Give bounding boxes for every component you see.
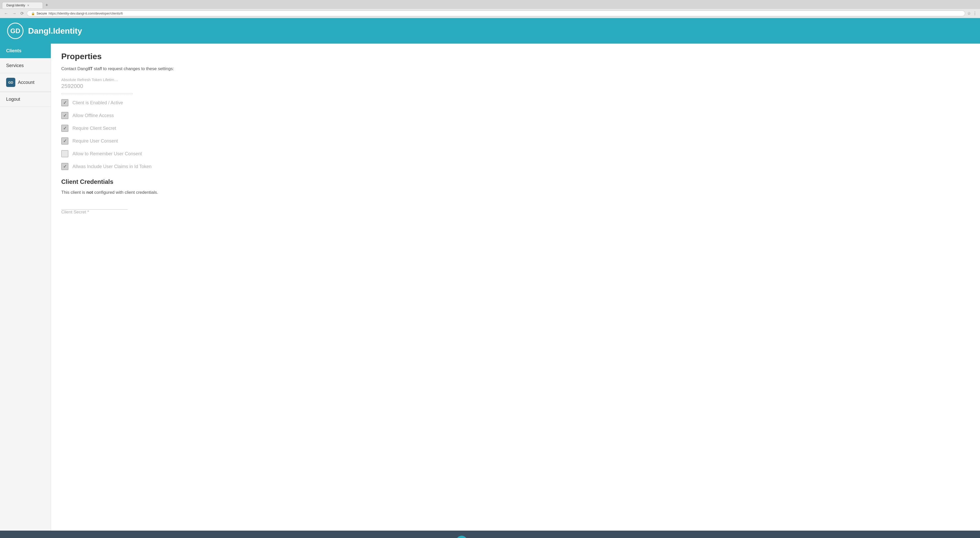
checkbox-require-secret[interactable] [61, 125, 68, 132]
sidebar-item-account[interactable]: GD Account [0, 73, 51, 92]
footer-logo: GD [456, 536, 467, 538]
url-input[interactable]: 🔒 Secure https://identity-dev.dangl-it.c… [27, 10, 965, 16]
main-content: Properties Contact DanglIT staff to requ… [51, 44, 980, 531]
checkbox-include-claims[interactable] [61, 163, 68, 170]
secure-icon: 🔒 [31, 12, 35, 15]
client-secret-input[interactable] [61, 202, 127, 209]
forward-button[interactable]: → [11, 11, 18, 16]
app-logo: GD [7, 23, 24, 39]
app-header: GD Dangl.Identity [0, 18, 980, 44]
checkbox-remember-consent[interactable] [61, 150, 68, 157]
app-title: Dangl.Identity [28, 26, 82, 36]
settings-icon[interactable]: ⋮ [973, 11, 977, 16]
app-footer: GD DanglIT © 2018 Georg Dangl [0, 531, 980, 538]
credentials-notice: This client is not configured with clien… [61, 190, 970, 195]
checkbox-require-consent[interactable] [61, 137, 68, 144]
credentials-section-title: Client Credentials [61, 178, 970, 186]
checkbox-item-0: Client is Enabled / Active [61, 99, 970, 106]
app-body: Clients Services GD Account Logout Prope… [0, 44, 980, 531]
checkbox-label-include-claims: Allwas Include User Claims in Id Token [73, 164, 151, 169]
contact-notice: Contact DanglIT staff to request changes… [61, 66, 970, 71]
browser-chrome: Dangl.Identity × + ← → ⟳ 🔒 Secure https:… [0, 0, 980, 18]
section-divider [61, 94, 133, 94]
sidebar-avatar: GD [6, 78, 15, 87]
checkbox-item-4: Allow to Remember User Consent [61, 150, 970, 157]
client-secret-group: Client Secret * [61, 202, 970, 215]
checkbox-list: Client is Enabled / Active Allow Offline… [61, 99, 970, 170]
bookmark-icon[interactable]: ☆ [967, 11, 971, 16]
checkbox-enabled[interactable] [61, 99, 68, 106]
checkbox-label-enabled: Client is Enabled / Active [73, 100, 123, 106]
sidebar-clients-label: Clients [6, 48, 21, 54]
sidebar-item-clients[interactable]: Clients [0, 44, 51, 59]
checkbox-label-offline: Allow Offline Access [73, 113, 114, 118]
sidebar-services-label: Services [6, 63, 24, 68]
token-lifetime-value: 2592000 [61, 83, 970, 89]
checkbox-label-require-secret: Require Client Secret [73, 126, 116, 131]
browser-tabs: Dangl.Identity × + [0, 0, 980, 9]
tab-title: Dangl.Identity [6, 3, 25, 7]
back-button[interactable]: ← [3, 11, 9, 16]
checkbox-label-remember-consent: Allow to Remember User Consent [73, 151, 142, 157]
address-bar: ← → ⟳ 🔒 Secure https://identity-dev.dang… [0, 9, 980, 18]
new-tab-button[interactable]: + [43, 2, 51, 9]
active-tab[interactable]: Dangl.Identity × [2, 2, 43, 8]
checkbox-item-3: Require User Consent [61, 137, 970, 144]
secure-label: Secure [37, 11, 47, 15]
checkbox-item-5: Allwas Include User Claims in Id Token [61, 163, 970, 170]
sidebar-logout-label: Logout [6, 97, 20, 102]
sidebar-account-label: Account [18, 80, 35, 85]
sidebar-item-logout[interactable]: Logout [0, 92, 51, 107]
checkbox-item-2: Require Client Secret [61, 125, 970, 132]
page-title: Properties [61, 52, 970, 61]
sidebar: Clients Services GD Account Logout [0, 44, 51, 531]
sidebar-item-services[interactable]: Services [0, 59, 51, 73]
checkbox-label-require-consent: Require User Consent [73, 138, 118, 144]
client-secret-label: Client Secret * [61, 209, 970, 215]
url-text: https://identity-dev.dangl-it.com/develo… [48, 11, 123, 15]
checkbox-offline[interactable] [61, 112, 68, 119]
reload-button[interactable]: ⟳ [19, 10, 25, 16]
tab-close-button[interactable]: × [27, 3, 29, 7]
token-lifetime-label: Absolute Refresh Token Lifetim… [61, 78, 970, 82]
checkbox-item-1: Allow Offline Access [61, 112, 970, 119]
